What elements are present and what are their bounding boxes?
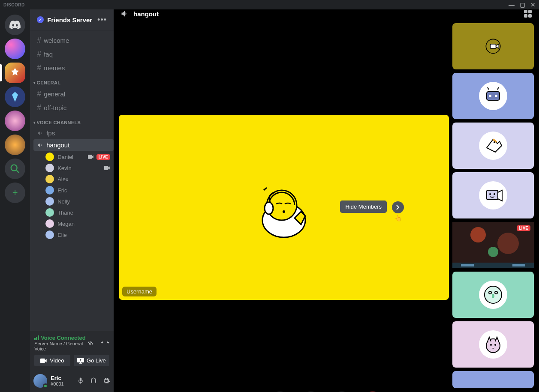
voice-user[interactable]: Nelly xyxy=(33,196,114,207)
titlebar: DISCORD — ▢ ✕ xyxy=(0,0,539,9)
voice-user-name: Eric xyxy=(57,187,107,194)
member-tile[interactable] xyxy=(452,123,534,169)
settings-button[interactable] xyxy=(102,377,110,385)
member-tile[interactable] xyxy=(452,73,534,119)
channel-list: #welcome #faq #memes ▾GENERAL #general #… xyxy=(30,30,114,331)
svg-line-6 xyxy=(264,188,267,190)
cursor-icon: 👆 xyxy=(394,215,402,221)
voice-user[interactable]: Eric xyxy=(33,185,114,196)
channel-title: hangout xyxy=(133,10,519,18)
disconnect-icon[interactable] xyxy=(101,339,109,347)
svg-rect-15 xyxy=(487,190,498,200)
speaker-icon xyxy=(37,142,44,149)
guild-item[interactable] xyxy=(5,111,25,131)
svg-point-4 xyxy=(265,202,273,214)
user-avatar-small xyxy=(45,230,54,239)
member-tile[interactable] xyxy=(452,321,534,368)
close-button[interactable]: ✕ xyxy=(530,1,536,8)
mute-button[interactable] xyxy=(77,377,84,385)
deafen-button[interactable] xyxy=(90,377,97,385)
member-tile-live[interactable]: LIVE xyxy=(452,222,534,268)
user-avatar-small xyxy=(45,186,54,195)
text-channel[interactable]: #welcome xyxy=(33,34,114,47)
live-badge: LIVE xyxy=(517,225,530,231)
plus-icon: + xyxy=(12,187,18,198)
member-tile[interactable] xyxy=(452,371,534,388)
focus-area: Username Hide Members 👆 xyxy=(119,23,449,392)
user-info[interactable]: Eric #0001 xyxy=(51,375,73,387)
golive-button[interactable]: Go Live xyxy=(74,355,109,366)
svg-point-16 xyxy=(489,193,491,195)
svg-line-13 xyxy=(497,87,499,90)
explore-button[interactable] xyxy=(5,159,25,179)
chevron-down-icon: ▾ xyxy=(33,120,36,125)
category-header[interactable]: ▾VOICE CHANNELS xyxy=(33,115,114,127)
noise-suppression-icon[interactable] xyxy=(86,339,95,347)
svg-line-12 xyxy=(488,87,489,90)
avatar-illustration xyxy=(482,85,504,107)
home-button[interactable] xyxy=(5,15,25,35)
members-column[interactable]: LIVE xyxy=(452,23,534,392)
user-avatar-small xyxy=(45,175,54,183)
avatar-illustration xyxy=(482,36,504,57)
add-server-button[interactable]: + xyxy=(5,183,25,203)
voice-user[interactable]: Elie xyxy=(33,229,114,240)
user-avatar-small xyxy=(45,153,54,161)
tooltip: Hide Members xyxy=(340,200,387,213)
camera-icon xyxy=(40,358,47,363)
svg-rect-9 xyxy=(487,92,500,100)
voice-user-name: Nelly xyxy=(57,198,107,205)
voice-user[interactable]: Thane xyxy=(33,207,114,218)
user-panel: Eric #0001 xyxy=(30,370,114,392)
voice-channel-selected[interactable]: hangout xyxy=(33,139,114,151)
avatar-illustration xyxy=(482,184,505,207)
voice-location: Server Name / General Voice xyxy=(34,341,86,351)
svg-rect-24 xyxy=(512,264,525,266)
voice-user[interactable]: Alex xyxy=(33,174,114,185)
voice-channel[interactable]: fps xyxy=(33,127,114,139)
svg-point-28 xyxy=(492,294,494,298)
hide-members-control: Hide Members xyxy=(392,201,404,213)
hide-members-button[interactable] xyxy=(392,201,404,213)
voice-user[interactable]: Megan xyxy=(33,218,114,229)
maximize-button[interactable]: ▢ xyxy=(520,1,525,8)
member-tile[interactable] xyxy=(452,172,534,218)
guild-item[interactable] xyxy=(5,87,25,107)
text-channel[interactable]: #general xyxy=(33,87,114,101)
voice-user-name: Elie xyxy=(57,232,107,238)
text-channel[interactable]: #faq xyxy=(33,48,114,61)
selection-pill xyxy=(0,64,2,81)
call-header: hangout xyxy=(114,9,539,18)
voice-user-name: Kevin xyxy=(57,165,101,171)
avatar-illustration xyxy=(245,169,322,246)
voice-user[interactable]: DanielLIVE xyxy=(33,151,114,162)
svg-point-0 xyxy=(11,165,17,171)
guild-item[interactable] xyxy=(5,135,25,155)
member-tile[interactable] xyxy=(452,23,534,69)
speaker-icon xyxy=(120,9,129,18)
user-avatar[interactable] xyxy=(33,374,47,388)
user-avatar-small xyxy=(45,208,54,217)
server-name: Friends Server xyxy=(47,16,94,24)
hash-icon: # xyxy=(37,63,41,72)
avatar-illustration xyxy=(482,284,504,305)
voice-connected-status[interactable]: Voice Connected xyxy=(34,335,86,341)
minimize-button[interactable]: — xyxy=(509,1,515,8)
server-menu-button[interactable]: ••• xyxy=(97,15,107,24)
member-tile[interactable] xyxy=(452,272,534,318)
server-header[interactable]: ✓ Friends Server ••• xyxy=(30,9,114,30)
guild-item[interactable] xyxy=(5,39,25,59)
voice-user-name: Alex xyxy=(57,176,107,183)
hash-icon: # xyxy=(37,103,41,112)
guild-item-selected[interactable] xyxy=(5,63,25,83)
hash-icon: # xyxy=(37,90,41,99)
text-channel[interactable]: #memes xyxy=(33,61,114,75)
channel-sidebar: ✓ Friends Server ••• #welcome #faq #meme… xyxy=(30,9,114,392)
video-button[interactable]: Video xyxy=(34,355,70,366)
grid-view-button[interactable] xyxy=(524,9,532,18)
svg-point-17 xyxy=(494,193,495,195)
svg-point-10 xyxy=(489,95,491,97)
voice-user[interactable]: Kevin xyxy=(33,162,114,174)
category-header[interactable]: ▾GENERAL xyxy=(33,75,114,87)
text-channel[interactable]: #off-topic xyxy=(33,101,114,114)
